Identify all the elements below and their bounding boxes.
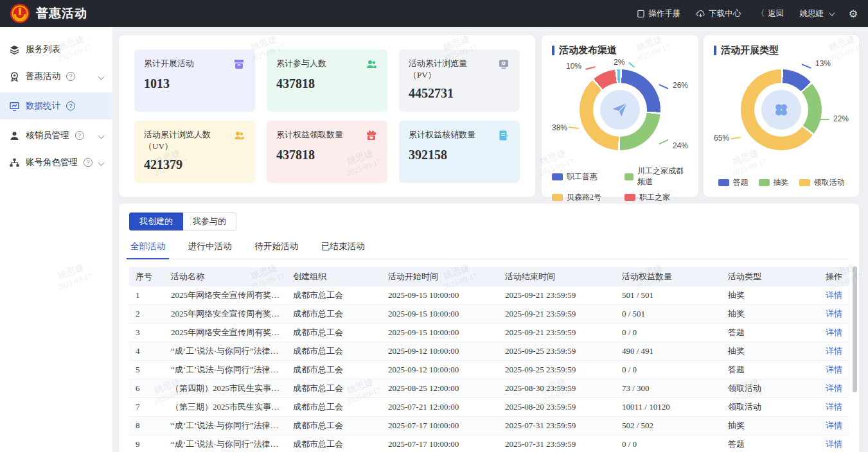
cell-org: 成都市总工会: [287, 345, 382, 357]
tab-ongoing-activities[interactable]: 进行中活动: [188, 241, 232, 259]
pct-label: 2%: [614, 58, 624, 67]
cell-org: 成都市总工会: [287, 308, 382, 320]
sidebar-item-label: 账号角色管理: [26, 157, 78, 168]
cell-quota: 502 / 502: [616, 421, 722, 431]
sidebar-item-account-role-management[interactable]: 账号角色管理 ?: [0, 149, 112, 176]
leader-line: [659, 139, 668, 144]
legend-label: 职工普惠: [567, 171, 598, 182]
donut-chart-channels: 2% 10% 26% 24% 38%: [552, 59, 688, 161]
cell-quota: 501 / 501: [616, 290, 722, 300]
sidebar-item-label: 核销员管理: [26, 130, 69, 141]
sidebar-item-verifier-management[interactable]: 核销员管理 ?: [0, 122, 112, 149]
medal-icon: [9, 71, 20, 82]
legend-item[interactable]: 贝森路2号: [552, 192, 616, 203]
detail-link[interactable]: 详情: [826, 365, 842, 374]
detail-link[interactable]: 详情: [826, 290, 842, 300]
leader-line: [585, 66, 596, 70]
cell-quota: 0 / 0: [616, 327, 722, 338]
sidebar-item-data-statistics[interactable]: 数据统计 ?: [0, 92, 112, 119]
layers-icon: [9, 44, 20, 55]
cell-name: 2025年网络安全宣传周有奖答题…: [164, 290, 287, 301]
table-row: 9“成‘工’说法·与你同行”法律知识…成都市总工会2025-07-17 10:0…: [129, 435, 849, 452]
col-activity-name: 活动名称: [164, 271, 287, 282]
legend-swatch: [624, 173, 633, 180]
cell-type: 抽奖: [722, 308, 819, 320]
manual-button[interactable]: 操作手册: [637, 8, 680, 19]
legend-item[interactable]: 答题: [718, 177, 748, 188]
document-icon: [637, 10, 645, 18]
cell-name: “成‘工’说法·与你同行”法律知识…: [164, 364, 287, 376]
legend-item[interactable]: 抽奖: [759, 177, 789, 188]
cell-quota: 490 / 491: [616, 346, 722, 356]
help-icon[interactable]: ?: [84, 158, 93, 167]
chevron-down-icon: [98, 159, 105, 166]
detail-link[interactable]: 详情: [826, 402, 842, 412]
cell-no: 6: [129, 383, 164, 394]
cell-quota: 10011 / 10120: [616, 402, 722, 412]
monitor-icon: [497, 58, 510, 71]
legend-item[interactable]: 领取活动: [799, 177, 845, 188]
stats-panel: 累计开展活动 1013 累计参与人数 437818 活动累计浏览量（PV） 44…: [119, 35, 535, 197]
detail-link[interactable]: 详情: [826, 383, 842, 393]
cell-no: 9: [129, 439, 164, 449]
stat-total-participants: 累计参与人数 437818: [267, 49, 387, 112]
legend-item[interactable]: 川工之家成都频道: [624, 166, 688, 187]
back-button[interactable]: 〈 返回: [756, 8, 784, 19]
cell-end: 2025-08-20 23:59:59: [499, 402, 616, 412]
scrollbar-thumb[interactable]: [853, 266, 857, 392]
pct-label: 10%: [566, 62, 581, 71]
tab-created-by-me[interactable]: 我创建的: [129, 213, 183, 230]
detail-link[interactable]: 详情: [826, 327, 842, 337]
tab-ended-activities[interactable]: 已结束活动: [321, 241, 365, 259]
chart-legend: 答题抽奖领取活动: [714, 177, 849, 188]
detail-link[interactable]: 详情: [826, 421, 842, 430]
stat-label: 累计权益领取数量: [276, 129, 343, 141]
back-label: 返回: [768, 8, 784, 19]
cell-quota: 73 / 300: [616, 383, 722, 394]
download-center-button[interactable]: 下载中心: [696, 8, 741, 19]
stat-label: 累计权益核销数量: [409, 129, 475, 141]
table-body: 12025年网络安全宣传周有奖答题…成都市总工会2025-09-15 10:00…: [129, 286, 849, 452]
col-action: 操作: [819, 271, 849, 282]
help-icon[interactable]: ?: [66, 101, 75, 110]
stat-label: 累计参与人数: [276, 58, 326, 69]
settings-gear-icon[interactable]: ⚙: [849, 8, 858, 20]
cell-start: 2025-09-15 10:00:00: [382, 290, 499, 300]
username: 姚思婕: [799, 8, 824, 19]
cell-name: （第三期）2025市民生实事向新…: [164, 401, 287, 413]
cell-no: 3: [129, 327, 164, 338]
table-row: 7（第三期）2025市民生实事向新…成都市总工会2025-07-21 12:00…: [129, 398, 849, 417]
sidebar-item-service-list[interactable]: 服务列表: [0, 36, 112, 63]
help-icon[interactable]: ?: [66, 72, 75, 81]
detail-link[interactable]: 详情: [826, 346, 842, 356]
pct-label: 26%: [673, 81, 688, 90]
page: 普惠活动 操作手册 下载中心 〈 返回 姚思婕 ⚙ 服务列表: [0, 0, 868, 452]
user-menu[interactable]: 姚思婕: [799, 8, 833, 19]
pct-label: 38%: [552, 123, 567, 132]
cell-org: 成都市总工会: [287, 327, 382, 338]
stat-total-claimed: 累计权益领取数量 437818: [267, 121, 387, 183]
sidebar-item-puhui-activity[interactable]: 普惠活动 ?: [0, 63, 112, 90]
tab-all-activities[interactable]: 全部活动: [130, 241, 165, 259]
cell-org: 成都市总工会: [287, 439, 382, 450]
detail-link[interactable]: 详情: [826, 309, 842, 318]
legend-swatch: [718, 179, 729, 186]
legend-item[interactable]: 职工之家: [624, 192, 688, 203]
help-icon[interactable]: ?: [75, 131, 84, 140]
archive-icon: [233, 58, 245, 71]
legend-label: 川工之家成都频道: [637, 166, 688, 187]
legend-label: 抽奖: [774, 177, 789, 188]
pct-label: 65%: [714, 134, 729, 143]
stat-label: 活动累计浏览量（PV）: [409, 58, 486, 80]
leader-line: [731, 137, 741, 139]
legend-item[interactable]: 职工普惠: [552, 166, 616, 187]
tab-upcoming-activities[interactable]: 待开始活动: [255, 241, 299, 259]
cell-name: 2025年网络安全宣传周有奖答题…: [164, 327, 287, 338]
cell-org: 成都市总工会: [287, 364, 382, 376]
leader-line: [659, 84, 668, 89]
legend-label: 答题: [733, 177, 748, 188]
tab-participated[interactable]: 我参与的: [183, 213, 236, 230]
table-row: 4“成‘工’说法·与你同行”法律知识…成都市总工会2025-09-12 10:0…: [129, 342, 849, 361]
stat-total-activities: 累计开展活动 1013: [134, 49, 255, 112]
detail-link[interactable]: 详情: [826, 439, 842, 449]
